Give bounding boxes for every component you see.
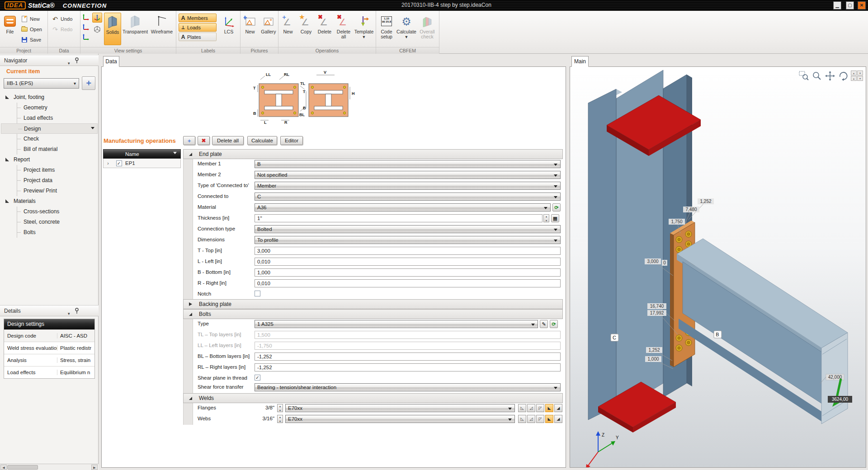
shear-transfer-select[interactable]: Bearing - tension/shear interaction bbox=[255, 383, 561, 391]
nav-section-report[interactable]: Report bbox=[0, 155, 99, 165]
calculate-button[interactable]: ⚙ Calculate ▾ bbox=[397, 13, 416, 45]
l-left-input[interactable]: 0,010 bbox=[255, 258, 561, 266]
viewport-3d[interactable]: ▴ ▾ ▴ ▾ bbox=[570, 66, 866, 468]
transparent-button[interactable]: Transparent bbox=[122, 13, 148, 45]
member2-select[interactable]: Not specified bbox=[255, 171, 561, 179]
tab-data[interactable]: Data bbox=[103, 56, 119, 67]
nav-item-project-items[interactable]: Project items bbox=[0, 165, 99, 175]
section-welds[interactable]: Welds bbox=[183, 393, 563, 403]
dock-horizontal-scrollbar[interactable]: ◀ ▶ bbox=[0, 464, 99, 470]
editor-button[interactable]: Editor bbox=[280, 136, 303, 145]
calculate-operations-button[interactable]: Calculate bbox=[247, 136, 277, 145]
gallery-button[interactable]: Gallery bbox=[259, 13, 278, 45]
new-project-button[interactable]: New bbox=[21, 14, 40, 23]
current-item-select[interactable]: IIB-1 (EPS) bbox=[4, 78, 79, 89]
file-button[interactable]: File bbox=[2, 13, 18, 45]
r-right-input[interactable]: 0,010 bbox=[255, 279, 561, 287]
nav-item-design[interactable]: Design bbox=[1, 123, 98, 134]
nav-item-bill-of-material[interactable]: Bill of material bbox=[0, 144, 99, 155]
section-bolts[interactable]: Bolts bbox=[183, 309, 563, 319]
thickness-table-button[interactable]: ▦ bbox=[551, 214, 559, 222]
labels-plates-toggle[interactable]: A Plates bbox=[179, 33, 217, 41]
operation-delete-all-button[interactable]: ∠✖ Delete all bbox=[335, 13, 353, 45]
nav-item-load-effects[interactable]: Load effects bbox=[0, 113, 99, 123]
nav-item-cross-sections[interactable]: Cross-sections bbox=[0, 207, 99, 217]
nav-item-project-data[interactable]: Project data bbox=[0, 175, 99, 186]
view-axonometry-button[interactable] bbox=[92, 13, 102, 23]
flange-weld-stepper[interactable]: ▲▼ bbox=[277, 404, 283, 412]
nav-section-materials[interactable]: Materials bbox=[0, 196, 99, 207]
row-checkbox[interactable]: ✓ bbox=[116, 160, 122, 166]
bolt-type-select[interactable]: 1 A325 bbox=[255, 320, 538, 328]
view-axis-xz-button[interactable] bbox=[82, 24, 90, 33]
operation-copy-button[interactable]: ∠★ Copy bbox=[297, 13, 315, 45]
wireframe-button[interactable]: Wireframe bbox=[149, 13, 175, 45]
rl-layers-input[interactable]: -1,252 bbox=[255, 363, 561, 371]
scroll-left-icon[interactable]: ◀ bbox=[0, 465, 7, 470]
perspective-cube-button[interactable] bbox=[92, 24, 102, 34]
material-select[interactable]: A36 bbox=[255, 203, 551, 212]
delete-operation-button[interactable]: ✖ bbox=[198, 136, 210, 145]
labels-loads-toggle[interactable]: ⟂ Loads bbox=[179, 23, 217, 32]
web-weld-type-button[interactable]: ◸ bbox=[536, 415, 544, 423]
web-weld-type-button[interactable]: ◢ bbox=[554, 415, 562, 423]
flange-weld-type-button-active[interactable]: ◣ bbox=[545, 404, 553, 412]
connected-to-select[interactable]: C bbox=[255, 193, 561, 201]
navigator-pin-icon[interactable] bbox=[74, 57, 80, 64]
view-axis-yz-button[interactable] bbox=[82, 33, 90, 42]
delete-all-button[interactable]: Delete all bbox=[212, 136, 244, 145]
nav-item-preview-print[interactable]: Preview/ Print bbox=[0, 186, 99, 196]
bolt-edit-button[interactable]: ✎ bbox=[540, 320, 548, 328]
flange-weld-type-button[interactable]: ◸ bbox=[536, 404, 544, 412]
nav-item-geometry[interactable]: Geometry bbox=[0, 103, 99, 113]
add-operation-button[interactable]: ＋ bbox=[183, 136, 195, 145]
bl-layers-input[interactable]: -1,252 bbox=[255, 352, 561, 361]
web-weld-type-button[interactable]: ◿ bbox=[527, 415, 535, 423]
minimize-button[interactable]: ▁ bbox=[833, 1, 841, 9]
code-setup-button[interactable]: 1,1590 25.8 Code setup bbox=[377, 13, 396, 45]
notch-checkbox[interactable] bbox=[255, 291, 260, 296]
operation-new-button[interactable]: ∠＋ New bbox=[279, 13, 297, 45]
solids-button[interactable]: Solids bbox=[104, 13, 121, 45]
operation-delete-button[interactable]: ∠✖ Delete bbox=[316, 13, 334, 45]
navigator-collapse-icon[interactable]: ▾ bbox=[68, 58, 70, 69]
nav-section-joint-footing[interactable]: Joint, footing bbox=[0, 92, 99, 103]
dimensions-select[interactable]: To profile bbox=[255, 236, 561, 244]
filter-icon[interactable] bbox=[173, 152, 177, 156]
scrollbar-thumb[interactable] bbox=[7, 465, 38, 470]
nav-item-steel-concrete[interactable]: Steel, concrete bbox=[0, 217, 99, 227]
grid-row-ep1[interactable]: › ✓ EP1 bbox=[103, 159, 181, 168]
save-button[interactable]: Save bbox=[21, 35, 41, 44]
web-weld-stepper[interactable]: ▲▼ bbox=[277, 415, 283, 423]
view-axis-xy-button[interactable] bbox=[82, 14, 90, 23]
flange-weld-type-button[interactable]: ◿ bbox=[527, 404, 535, 412]
details-pin-icon[interactable] bbox=[74, 308, 80, 314]
close-button[interactable]: ✕ bbox=[858, 1, 866, 9]
thickness-stepper[interactable]: ▲▼ bbox=[543, 214, 549, 222]
redo-button[interactable]: ↷ Redo bbox=[52, 25, 72, 33]
open-button[interactable]: Open bbox=[21, 25, 42, 33]
overall-check-button[interactable]: Overall check bbox=[417, 13, 438, 45]
connected-type-select[interactable]: Member bbox=[255, 182, 561, 190]
section-backing-plate[interactable]: Backing plate bbox=[183, 299, 563, 309]
material-refresh-button[interactable]: ⟳ bbox=[552, 203, 561, 212]
flange-weld-type-button[interactable]: ◺ bbox=[518, 404, 526, 412]
thickness-input[interactable]: 1" bbox=[255, 214, 542, 222]
t-top-input[interactable]: 3,000 bbox=[255, 247, 561, 255]
web-weld-material-select[interactable]: E70xx bbox=[285, 415, 515, 423]
flange-weld-material-select[interactable]: E70xx bbox=[285, 404, 515, 412]
web-weld-type-button-active[interactable]: ◣ bbox=[545, 415, 553, 423]
tab-main[interactable]: Main bbox=[571, 56, 589, 67]
add-item-button[interactable]: ＋ bbox=[82, 76, 95, 90]
labels-members-toggle[interactable]: A Members bbox=[179, 14, 217, 22]
nav-item-check[interactable]: Check bbox=[0, 134, 99, 144]
undo-button[interactable]: ↶ Undo bbox=[52, 14, 72, 23]
connection-type-select[interactable]: Bolted bbox=[255, 225, 561, 233]
scroll-right-icon[interactable]: ▶ bbox=[91, 465, 98, 470]
details-collapse-icon[interactable]: ▾ bbox=[68, 308, 70, 319]
bolt-refresh-button[interactable]: ⟳ bbox=[550, 320, 558, 328]
member1-select[interactable]: B bbox=[255, 160, 561, 168]
flange-weld-type-button[interactable]: ◢ bbox=[554, 404, 562, 412]
lcs-button[interactable]: LCS bbox=[220, 13, 238, 45]
web-weld-type-button[interactable]: ◺ bbox=[518, 415, 526, 423]
